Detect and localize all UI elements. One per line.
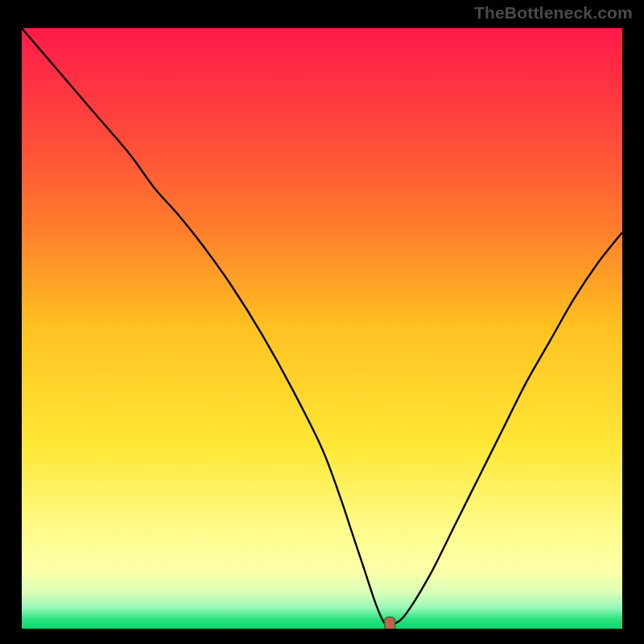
plot-frame [14,20,630,637]
optimal-point-marker [385,617,395,629]
bottleneck-chart [22,28,622,629]
plot-area [22,28,622,629]
chart-container: TheBottleneck.com [0,0,644,644]
heat-gradient-background [22,28,622,629]
